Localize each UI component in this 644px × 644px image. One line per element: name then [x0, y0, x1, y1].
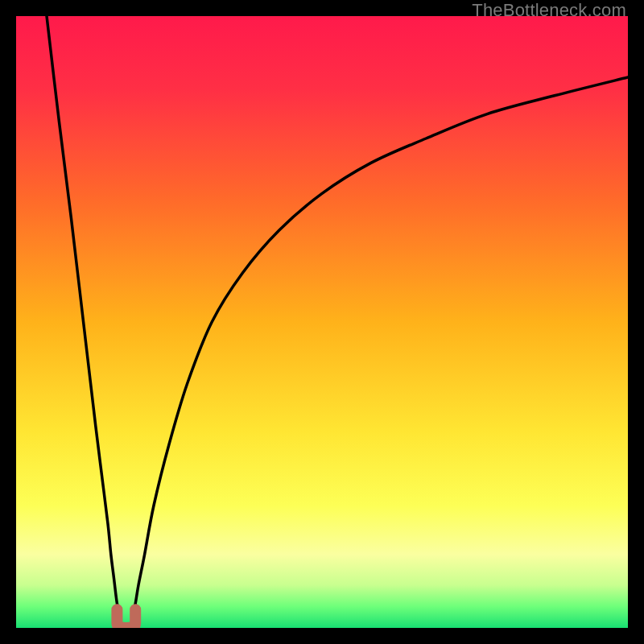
chart-svg — [16, 16, 628, 628]
watermark-text: TheBottleneck.com — [472, 0, 626, 21]
chart-frame — [16, 16, 628, 628]
